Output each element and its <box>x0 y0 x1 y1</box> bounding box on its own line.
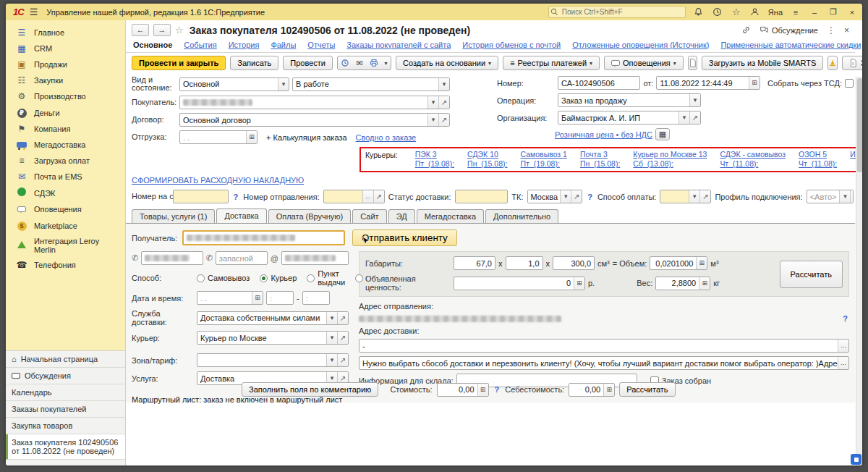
kind-select[interactable]: Основной▾ <box>179 77 289 91</box>
dim-width-field[interactable]: 1,0 <box>506 256 543 270</box>
document-icon[interactable] <box>688 56 697 70</box>
post-button[interactable]: Провести <box>283 56 333 70</box>
email-icon[interactable]: ✉ <box>352 56 367 70</box>
zone-tariff-select[interactable]: ▾↗ <box>197 353 349 367</box>
tab-goods[interactable]: Товары, услуги (1) <box>132 209 215 223</box>
support-corner-icon[interactable] <box>851 454 861 465</box>
tab-payment[interactable]: Оплата (Вручную) <box>268 209 352 223</box>
dim-height-field[interactable]: 300,0 <box>553 256 595 270</box>
declared-value-field[interactable]: 0⊞ <box>454 277 585 290</box>
nav-site-orders[interactable]: Заказы покупателей с сайта <box>346 41 451 49</box>
delivery-service-select[interactable]: Доставка собственными силами▾↗ <box>197 311 349 325</box>
nav-reports[interactable]: Отчеты <box>307 41 335 49</box>
favorites-star-icon[interactable]: ☆ <box>731 7 742 18</box>
tracking-field[interactable]: ...↗ <box>323 190 385 203</box>
sidebar-item-money[interactable]: ₽Деньги <box>6 104 125 121</box>
sidebar-item-leroy-merlin[interactable]: Интеграция Leroy Merlin <box>6 234 125 257</box>
sidebar-item-crm[interactable]: ▦CRM <box>6 41 125 56</box>
load-mobile-smarts-button[interactable]: Загрузить из Mobile SMARTS <box>702 56 824 70</box>
cost-field[interactable]: 0,00⊞ <box>437 383 489 397</box>
radio-pickup[interactable]: Самовывоз <box>197 274 250 282</box>
print-dropdown-icon[interactable]: ▾ <box>381 56 391 70</box>
help-icon[interactable]: ? <box>586 193 594 201</box>
sidebar-item-marketplace[interactable]: $Marketplace <box>6 217 125 234</box>
nav-auto-discounts[interactable]: Примененные автоматические скидки <box>720 41 861 49</box>
dim-length-field[interactable]: 67,0 <box>454 256 495 270</box>
delivery-status-field[interactable] <box>455 190 509 203</box>
sidebar-item-megadelivery[interactable]: Мегадоставка <box>6 137 125 153</box>
window-item-discussions[interactable]: Обсуждения <box>6 368 125 384</box>
calculate-dims-button[interactable]: Рассчитать <box>780 261 843 288</box>
courier-link-cdek[interactable]: СДЭК 10Пн_(15.08): <box>467 150 507 169</box>
help-icon[interactable]: ? <box>841 314 849 323</box>
operation-select[interactable]: Заказ на продажу▾ <box>558 93 701 107</box>
time-from-field[interactable]: : <box>266 291 294 305</box>
sidebar-item-payments-load[interactable]: ≡Загрузка оплат <box>6 153 125 169</box>
create-based-on-button[interactable]: Создать на основании▾ <box>396 56 498 70</box>
forward-button[interactable]: → <box>153 24 171 36</box>
weight-field[interactable]: 2,8800⊞ <box>655 277 710 290</box>
print-icon[interactable] <box>367 56 381 70</box>
close-document-icon[interactable]: × <box>844 25 849 35</box>
courier-link-post[interactable]: Почта 3Пн_(15.08): <box>580 150 620 169</box>
minimize-button[interactable]: – <box>809 8 820 17</box>
sidebar-item-production[interactable]: ⚙Производство <box>6 88 125 104</box>
time-to-field[interactable]: : <box>302 291 330 305</box>
calculate-cost-button[interactable]: Рассчитать <box>619 382 675 397</box>
nav-mail-exchange[interactable]: История обменов с почтой <box>462 41 561 49</box>
window-item-current-order[interactable]: Заказ покупателя 102490506 от 11.08.2022… <box>6 434 125 460</box>
payment-method-select[interactable]: ▾↗ <box>660 190 711 203</box>
more-menu-icon[interactable]: ⋮ <box>827 25 835 35</box>
sidebar-item-alerts[interactable]: Оповещения <box>6 201 125 217</box>
sidebar-item-sales[interactable]: ▣Продажи <box>6 56 125 72</box>
to-address-field[interactable]: -... <box>359 339 849 353</box>
radio-pvz[interactable]: Пункт выдачи <box>307 269 345 287</box>
nav-deferred-alerts[interactable]: Отложенные оповещения (Источник) <box>572 41 709 49</box>
shipping-date-field[interactable]: . .⊞ <box>179 130 258 144</box>
reminder-icon[interactable] <box>338 56 352 70</box>
order-calculation-label[interactable]: + Калькуляция заказа <box>266 133 347 142</box>
favorite-star-icon[interactable]: ☆ <box>175 25 184 35</box>
price-kind-link[interactable]: Розничная цена • без НДС <box>555 130 652 139</box>
contract-select[interactable]: Основной договор▾↗ <box>179 113 450 127</box>
date-field[interactable]: 11.08.2022 12:44:49⊞ <box>656 76 760 90</box>
history-icon[interactable] <box>712 7 723 18</box>
delivery-date-field[interactable]: . .⊞ <box>197 291 263 305</box>
sidebar-item-mail-ems[interactable]: ✉Почта и EMS <box>6 169 125 185</box>
sidebar-item-cdek[interactable]: СДЭК <box>6 185 125 201</box>
courier-link-pek[interactable]: ПЭК 3Пт_(19.08): <box>415 150 454 169</box>
courier-select[interactable]: Курьер по Москве▾↗ <box>197 331 349 345</box>
edo-button[interactable]: ЭДО▾ <box>842 56 862 70</box>
tab-additional[interactable]: Дополнительно <box>485 209 558 223</box>
post-and-close-button[interactable]: Провести и закрыть <box>132 56 226 70</box>
tsd-checkbox[interactable] <box>845 79 854 88</box>
courier-link-moscow[interactable]: Курьер по Москве 13Сб_(13.08): <box>633 150 707 169</box>
main-menu-icon[interactable]: ☰ <box>30 7 38 17</box>
tab-site[interactable]: Сайт <box>352 209 386 223</box>
search-input[interactable] <box>548 6 686 18</box>
tab-delivery[interactable]: Доставка <box>216 208 266 224</box>
get-link-icon[interactable] <box>741 25 751 35</box>
price-grid-icon[interactable]: ▦ <box>655 128 670 140</box>
radio-courier[interactable]: Курьер <box>260 274 297 282</box>
nav-events[interactable]: События <box>184 41 216 49</box>
tab-megadelivery[interactable]: Мегадоставка <box>417 209 484 223</box>
courier-link-ozon[interactable]: ОЗОН 5Чт_(11.08): <box>799 150 837 169</box>
window-item-calendar[interactable]: Календарь <box>6 384 125 401</box>
help-icon[interactable]: ? <box>493 385 501 394</box>
recipient-field[interactable] <box>182 230 345 245</box>
email-field[interactable] <box>281 251 349 265</box>
sidebar-item-company[interactable]: ⚑Компания <box>6 121 125 137</box>
courier-link-pickup[interactable]: Самовывоз 1Пт_(19.08): <box>520 150 566 169</box>
window-item-home[interactable]: ⌂Начальная страница <box>6 351 125 368</box>
discussion-button[interactable]: Обсуждение <box>760 25 818 35</box>
fill-by-comment-button[interactable]: Заполнить поля по комментарию <box>242 382 378 397</box>
create-invoice-link[interactable]: СФОРМИРОВАТЬ РАСХОДНУЮ НАКЛАДНУЮ <box>132 176 304 185</box>
vertical-scrollbar[interactable] <box>856 77 862 465</box>
organization-select[interactable]: Баймастрюк А. И. ИП▾↗ <box>558 111 701 125</box>
user-icon[interactable] <box>749 7 761 18</box>
help-icon[interactable]: ? <box>232 193 240 201</box>
sidebar-item-main[interactable]: ☰Главное <box>6 25 125 41</box>
tk-select[interactable]: Москва▾↗ <box>527 190 583 203</box>
phone2-field[interactable]: запасной <box>216 251 268 265</box>
